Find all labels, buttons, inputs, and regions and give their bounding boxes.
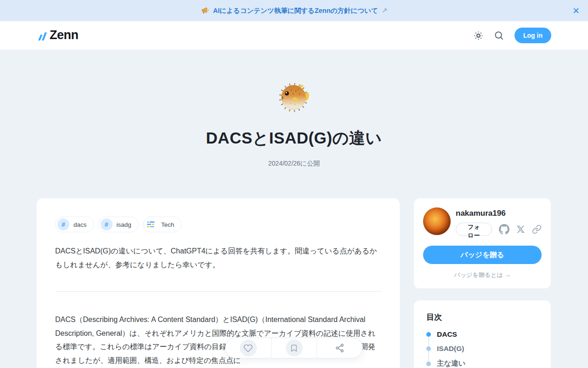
- profile-link-icon[interactable]: [532, 224, 542, 234]
- pufferfish-emoji-icon: [277, 80, 311, 114]
- article-intro-paragraph: DACSとISAD(G)の違いについて、ChatGPT4による回答を共有します。…: [55, 244, 381, 271]
- toc-bullet-icon: [426, 332, 431, 337]
- site-header: Zenn Log in: [0, 21, 588, 50]
- right-arrow-icon: →: [504, 271, 510, 278]
- article-hero: DACSとISAD(G)の違い 2024/02/26に公開: [0, 50, 588, 168]
- tech-lines-icon: [145, 218, 157, 230]
- tag-label: Tech: [161, 221, 175, 228]
- divider: [55, 291, 381, 292]
- share-icon: [335, 343, 345, 353]
- toc-item-isadg[interactable]: ISAD(G): [426, 345, 538, 353]
- hash-icon: #: [101, 218, 113, 230]
- sidebar: nakamura196 フォロー: [414, 198, 551, 368]
- announcement-text: AIによるコンテンツ執筆に関するZennの方針について: [213, 6, 378, 15]
- announcement-link[interactable]: AIによるコンテンツ執筆に関するZennの方針について ↗: [201, 6, 388, 15]
- like-button[interactable]: [226, 338, 271, 358]
- author-card: nakamura196 フォロー: [414, 198, 551, 288]
- announcement-banner: AIによるコンテンツ執筆に関するZennの方針について ↗ ✕: [0, 0, 588, 21]
- tag-label: dacs: [74, 221, 87, 228]
- send-badge-button[interactable]: バッジを贈る: [423, 246, 542, 264]
- theme-toggle-sun-icon[interactable]: [473, 30, 484, 41]
- toc-item-main-differences[interactable]: 主な違い: [426, 359, 538, 368]
- badge-info-link[interactable]: バッジを贈るとは →: [423, 271, 542, 279]
- follow-button[interactable]: フォロー: [456, 223, 492, 236]
- megaphone-icon: [201, 7, 209, 15]
- floating-action-bar: [225, 338, 363, 358]
- toc-title: 目次: [426, 312, 538, 322]
- author-avatar[interactable]: [423, 207, 451, 235]
- bookmark-button[interactable]: [271, 338, 317, 358]
- tag-dacs[interactable]: # dacs: [55, 217, 94, 232]
- tag-label: isadg: [117, 221, 131, 228]
- external-link-arrow-icon: ↗: [382, 6, 388, 15]
- author-name[interactable]: nakamura196: [456, 209, 542, 218]
- zenn-logo-slashes-icon: [37, 30, 48, 42]
- zenn-logo[interactable]: Zenn: [37, 29, 79, 42]
- toc-bullet-icon: [426, 362, 431, 366]
- share-button[interactable]: [317, 338, 362, 358]
- search-icon[interactable]: [494, 30, 504, 40]
- tag-isadg[interactable]: # isadg: [98, 217, 139, 232]
- toc-card: 目次 DACS ISAD(G) 主な違い: [414, 300, 551, 368]
- banner-close-icon[interactable]: ✕: [572, 0, 580, 21]
- x-logo-icon[interactable]: [516, 225, 525, 234]
- login-button[interactable]: Log in: [514, 28, 551, 43]
- toc-item-dacs[interactable]: DACS: [426, 330, 538, 339]
- tag-list: # dacs # isadg Tech: [55, 217, 381, 232]
- toc-list: DACS ISAD(G) 主な違い: [426, 330, 538, 368]
- tag-tech[interactable]: Tech: [143, 217, 182, 232]
- github-icon[interactable]: [499, 224, 509, 235]
- publish-date: 2024/02/26に公開: [0, 160, 588, 168]
- toc-bullet-icon: [426, 346, 431, 351]
- zenn-logo-text: Zenn: [50, 29, 79, 42]
- heart-icon: [240, 339, 257, 356]
- article-title: DACSとISAD(G)の違い: [0, 127, 588, 149]
- bookmark-icon: [286, 339, 303, 356]
- hash-icon: #: [57, 218, 69, 230]
